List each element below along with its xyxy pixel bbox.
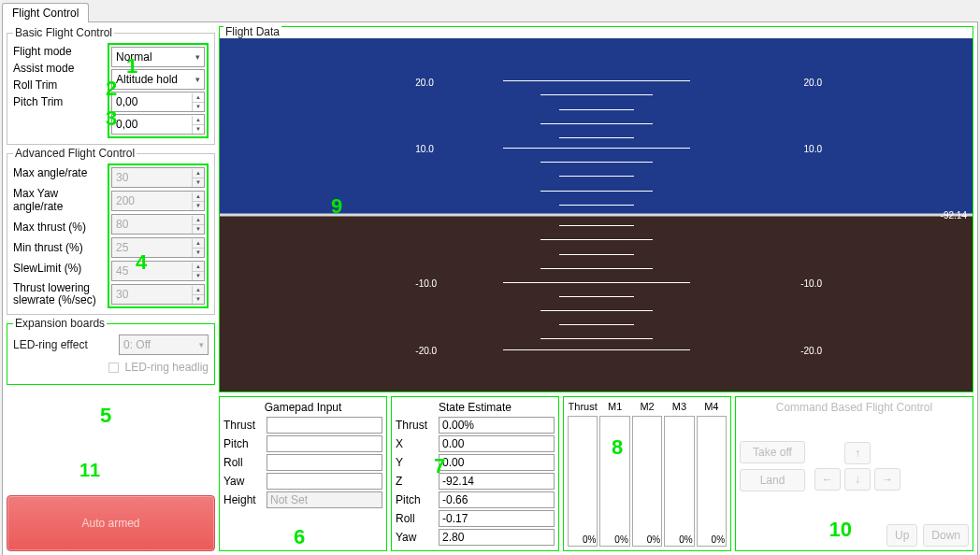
pitch-label: -20.0 [415, 346, 437, 356]
bar-header: M1 [608, 401, 622, 416]
bar-header: M4 [704, 401, 718, 416]
pitch-tick [559, 254, 634, 255]
state-thrust-field: 0.00% [439, 417, 555, 434]
adv-val: 30 [112, 288, 192, 301]
state-label: Roll [396, 512, 435, 525]
chevron-down-icon: ▾ [195, 52, 200, 62]
pitch-tick [540, 94, 653, 95]
auto-armed-label: Auto armed [81, 517, 139, 530]
arrow-up-button: ↑ [844, 442, 871, 464]
advanced-title: Advanced Flight Control [13, 147, 137, 160]
roll-trim-value: 0,00 [112, 95, 192, 108]
pitch-line [503, 148, 690, 149]
state-label: Yaw [396, 531, 435, 544]
take-off-button: Take off [740, 441, 805, 463]
gamepad-label: Roll [223, 456, 263, 469]
tab-body: 1 2 3 4 5 11 Basic Flight Control Flight… [2, 21, 978, 555]
arrow-down-button: ↓ [844, 468, 871, 491]
checkbox-icon [108, 363, 119, 373]
adv-val: 30 [112, 171, 192, 184]
gamepad-input-panel: Gamepad Input Thrust Pitch Roll Yaw Heig… [219, 396, 387, 551]
adv-label: Max angle/rate [13, 166, 102, 179]
flight-mode-value: Normal [116, 50, 152, 64]
chevron-down-icon: ▾ [195, 75, 200, 84]
bar-header: M3 [672, 401, 686, 416]
m2-bar: 0% [632, 416, 662, 547]
pitch-label: 20.0 [804, 78, 822, 88]
pitch-tick [540, 338, 653, 339]
gamepad-yaw-field[interactable] [267, 473, 382, 490]
state-yaw-field: 2.80 [439, 529, 555, 546]
flight-mode-label: Flight mode [13, 45, 102, 58]
gamepad-thrust-field[interactable] [267, 417, 382, 434]
max-thrust-spinner: 80▲▼ [111, 214, 205, 235]
spin-down-icon: ▼ [193, 295, 204, 304]
basic-title: Basic Flight Control [13, 26, 114, 39]
auto-armed-button[interactable]: Auto armed [7, 495, 215, 551]
m1-bar: 0% [599, 416, 629, 547]
adv-val: 45 [112, 264, 192, 278]
pitch-tick [559, 109, 634, 110]
basic-flight-control-group: Basic Flight Control Flight mode Assist … [7, 26, 215, 145]
bottom-row: Gamepad Input Thrust Pitch Roll Yaw Heig… [219, 396, 973, 551]
spin-up-icon: ▲ [193, 216, 204, 225]
assist-mode-select[interactable]: Altitude hold ▾ [111, 69, 205, 90]
pitch-line [503, 80, 690, 81]
annotation-5: 5 [100, 404, 111, 428]
pitch-tick [559, 225, 634, 226]
pitch-trim-spinner[interactable]: 0,00 ▲▼ [111, 114, 205, 135]
spin-down-icon[interactable]: ▼ [193, 125, 204, 134]
pitch-label: -10.0 [800, 278, 822, 289]
annotation-11: 11 [79, 460, 100, 481]
led-ring-label: LED-ring effect [13, 338, 115, 351]
pitch-tick [559, 324, 634, 325]
spin-up-icon[interactable]: ▲ [193, 93, 204, 103]
state-roll-field: -0.17 [439, 510, 555, 527]
spin-up-icon: ▲ [193, 239, 204, 249]
attitude-ground [220, 215, 973, 391]
adv-label: SlewLimit (%) [13, 262, 102, 275]
pitch-tick [540, 123, 653, 124]
spin-up-icon: ▲ [193, 286, 204, 295]
max-angle-spinner: 30▲▼ [111, 167, 205, 188]
tab-flight-control[interactable]: Flight Control [2, 3, 89, 22]
bar-pct: 0% [712, 534, 725, 545]
pitch-label: -10.0 [415, 278, 437, 289]
spin-down-icon[interactable]: ▼ [193, 103, 204, 111]
pitch-tick [559, 205, 634, 206]
state-estimate-panel: State Estimate Thrust0.00% X0.00 Y0.00 Z… [391, 396, 559, 551]
spin-up-icon: ▲ [193, 192, 204, 202]
m3-bar: 0% [664, 416, 694, 547]
pitch-tick [559, 176, 634, 177]
spin-up-icon[interactable]: ▲ [193, 116, 204, 125]
spin-down-icon: ▼ [193, 202, 204, 210]
gamepad-pitch-field[interactable] [267, 435, 382, 452]
adv-label: Min thrust (%) [13, 241, 102, 254]
state-z-field: -92.14 [439, 473, 555, 490]
motor-bars-panel: Thrust0% M10% M20% M30% M40% [563, 396, 731, 551]
altitude-readout: -92.14 [941, 210, 967, 221]
flight-mode-select[interactable]: Normal ▾ [111, 47, 205, 67]
gamepad-label: Pitch [223, 437, 263, 450]
gamepad-label: Thrust [223, 419, 263, 432]
spin-down-icon: ▼ [193, 178, 204, 187]
spin-down-icon: ▼ [193, 225, 204, 234]
bar-pct: 0% [679, 534, 692, 545]
command-flight-panel: Command Based Flight Control Take off La… [735, 396, 973, 551]
max-yaw-spinner: 200▲▼ [111, 191, 205, 211]
state-x-field: 0.00 [439, 435, 555, 452]
down-button: Down [923, 524, 969, 547]
gamepad-roll-field[interactable] [267, 454, 382, 471]
tab-label: Flight Control [12, 7, 79, 20]
pitch-tick [540, 239, 653, 240]
bar-pct: 0% [614, 534, 627, 545]
pitch-tick [559, 296, 634, 297]
gamepad-title: Gamepad Input [223, 401, 382, 414]
slewrate-spinner: 30▲▼ [111, 284, 205, 305]
roll-trim-spinner[interactable]: 0,00 ▲▼ [111, 92, 205, 112]
left-column: 1 2 3 4 5 11 Basic Flight Control Flight… [7, 26, 215, 551]
gamepad-height-field: Not Set [267, 491, 382, 508]
spin-down-icon: ▼ [193, 272, 204, 280]
thrust-bar: 0% [568, 416, 598, 547]
arrow-left-button: ← [814, 468, 841, 491]
